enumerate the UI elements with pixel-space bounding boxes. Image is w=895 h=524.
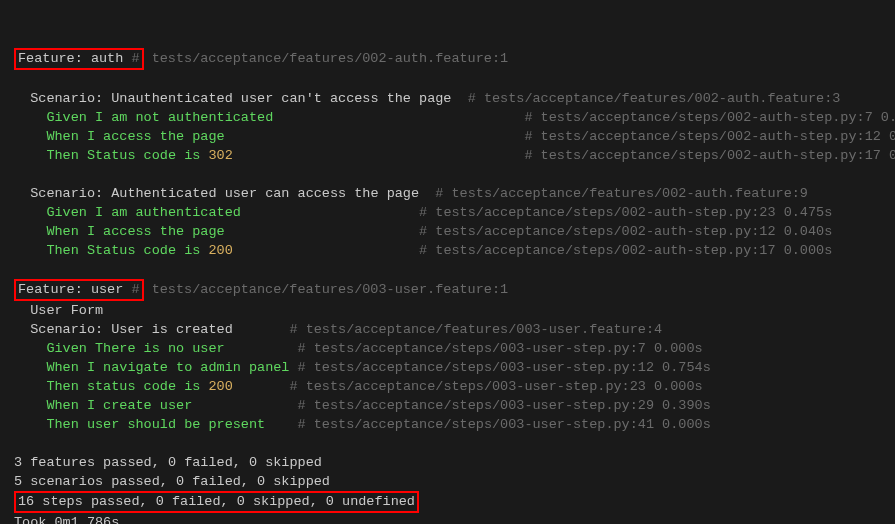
scenario-title: Scenario: Authenticated user can access … (14, 186, 419, 201)
step-text: Then status code is (46, 379, 208, 394)
step-comment: # tests/acceptance/steps/002-auth-step.p… (524, 110, 895, 125)
step-comment: # tests/acceptance/steps/002-auth-step.p… (524, 129, 895, 144)
scenario-comment: # tests/acceptance/features/003-user.fea… (289, 322, 662, 337)
step-comment: # tests/acceptance/steps/003-user-step.p… (298, 398, 711, 413)
step-text: When I access the page (46, 129, 224, 144)
step-text: Then Status code is (46, 148, 208, 163)
summary-took: Took 0m1.786s (14, 515, 119, 524)
summary-scenarios: 5 scenarios passed, 0 failed, 0 skipped (14, 474, 330, 489)
step-text: Given I am authenticated (46, 205, 240, 220)
step-text: When I access the page (46, 224, 224, 239)
feature-keyword: Feature: (18, 51, 83, 66)
highlight-feature-auth: Feature: auth # (14, 48, 144, 70)
scenario-comment: # tests/acceptance/features/002-auth.fea… (435, 186, 808, 201)
scenario-title: Scenario: User is created (14, 322, 233, 337)
comment-hash: # (131, 51, 139, 66)
step-text: Then user should be present (46, 417, 265, 432)
step-text: When I create user (46, 398, 192, 413)
step-comment: # tests/acceptance/steps/002-auth-step.p… (419, 205, 832, 220)
step-comment: # tests/acceptance/steps/002-auth-step.p… (524, 148, 895, 163)
step-comment: # tests/acceptance/steps/003-user-step.p… (298, 341, 703, 356)
step-text: Given There is no user (46, 341, 224, 356)
feature-comment: tests/acceptance/features/003-user.featu… (144, 282, 509, 297)
step-comment: # tests/acceptance/steps/003-user-step.p… (298, 360, 711, 375)
step-value: 200 (208, 243, 232, 258)
step-comment: # tests/acceptance/steps/003-user-step.p… (289, 379, 702, 394)
comment-hash: # (131, 282, 139, 297)
feature-name: auth (83, 51, 132, 66)
step-text: When I navigate to admin panel (46, 360, 289, 375)
step-comment: # tests/acceptance/steps/002-auth-step.p… (419, 224, 832, 239)
step-comment: # tests/acceptance/steps/002-auth-step.p… (419, 243, 832, 258)
step-text: Given I am not authenticated (46, 110, 273, 125)
summary-features: 3 features passed, 0 failed, 0 skipped (14, 455, 322, 470)
feature-name: user (83, 282, 132, 297)
feature-comment: tests/acceptance/features/002-auth.featu… (144, 51, 509, 66)
step-comment: # tests/acceptance/steps/003-user-step.p… (298, 417, 711, 432)
step-value: 200 (208, 379, 232, 394)
feature-keyword: Feature: (18, 282, 83, 297)
scenario-title: Scenario: Unauthenticated user can't acc… (14, 91, 451, 106)
highlight-steps-summary: 16 steps passed, 0 failed, 0 skipped, 0 … (14, 491, 419, 513)
step-value: 302 (208, 148, 232, 163)
step-text: Then Status code is (46, 243, 208, 258)
highlight-feature-user: Feature: user # (14, 279, 144, 301)
feature-subtitle: User Form (14, 303, 103, 318)
scenario-comment: # tests/acceptance/features/002-auth.fea… (468, 91, 841, 106)
summary-steps: 16 steps passed, 0 failed, 0 skipped, 0 … (18, 494, 415, 509)
